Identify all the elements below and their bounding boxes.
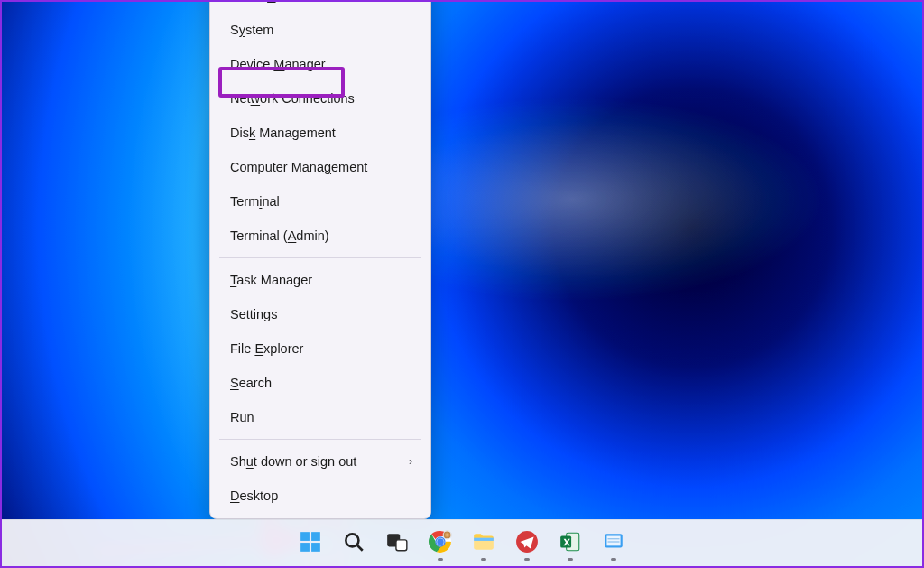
menu-item-search[interactable]: Search (210, 366, 430, 400)
svg-rect-4 (311, 543, 320, 552)
running-indicator (568, 558, 573, 561)
svg-rect-16 (474, 537, 494, 540)
taskbar (2, 519, 922, 566)
menu-item-task-manager[interactable]: Task Manager (210, 263, 430, 297)
menu-item-label: Settings (230, 305, 277, 323)
search-icon (342, 530, 365, 557)
menu-item-label: Disk Management (230, 124, 336, 142)
menu-item-terminal-admin[interactable]: Terminal (Admin) (210, 219, 430, 253)
notepad-icon (602, 530, 625, 557)
search-button[interactable] (335, 525, 373, 563)
excel-icon (559, 530, 582, 557)
svg-rect-1 (300, 532, 310, 541)
running-indicator (438, 558, 443, 561)
menu-item-computer-management[interactable]: Computer Management (210, 150, 430, 184)
menu-item-shut-down-or-sign-out[interactable]: Shut down or sign out› (210, 444, 430, 479)
svg-rect-21 (606, 535, 620, 545)
excel-app[interactable] (551, 525, 589, 563)
chevron-right-icon: › (409, 452, 412, 470)
menu-item-label: Terminal (230, 192, 280, 210)
menu-item-event-viewer[interactable]: Event Viewer (210, 0, 430, 13)
svg-point-5 (346, 534, 358, 546)
svg-point-12 (437, 538, 444, 545)
menu-item-label: Event Viewer (230, 0, 307, 5)
taskview-button[interactable] (378, 525, 416, 563)
svg-rect-8 (396, 539, 407, 550)
menu-item-label: Search (230, 374, 272, 392)
menu-item-label: Network Connections (230, 89, 355, 107)
menu-item-network-connections[interactable]: Network Connections (210, 81, 430, 116)
menu-item-label: Run (230, 408, 254, 426)
notepad-app[interactable] (595, 525, 633, 563)
telegram-app[interactable] (508, 525, 546, 563)
menu-item-desktop[interactable]: Desktop (210, 479, 430, 513)
svg-rect-3 (300, 543, 310, 552)
menu-separator (219, 439, 421, 440)
telegram-icon (515, 530, 539, 557)
menu-item-label: Task Manager (230, 271, 312, 289)
svg-rect-2 (311, 532, 320, 541)
menu-item-label: Device Manager (230, 55, 326, 73)
chrome-app[interactable] (421, 525, 459, 563)
menu-item-disk-management[interactable]: Disk Management (210, 116, 430, 150)
winx-context-menu: Event ViewerSystemDevice ManagerNetwork … (209, 0, 431, 519)
menu-item-label: Terminal (Admin) (230, 227, 329, 245)
menu-item-label: Computer Management (230, 158, 367, 176)
menu-item-settings[interactable]: Settings (210, 297, 430, 331)
file-explorer-app[interactable] (465, 525, 503, 563)
menu-item-file-explorer[interactable]: File Explorer (210, 331, 430, 366)
menu-item-terminal[interactable]: Terminal (210, 184, 430, 219)
desktop-wallpaper (2, 2, 922, 566)
explorer-icon (472, 530, 495, 557)
chrome-icon (429, 530, 452, 557)
menu-item-device-manager[interactable]: Device Manager (210, 47, 430, 81)
taskview-icon (385, 530, 409, 557)
running-indicator (481, 558, 486, 561)
running-indicator (611, 558, 616, 561)
svg-point-14 (444, 531, 451, 538)
menu-item-run[interactable]: Run (210, 400, 430, 434)
svg-line-6 (357, 545, 363, 550)
menu-item-label: System (230, 21, 273, 39)
menu-item-label: Desktop (230, 487, 278, 505)
menu-item-label: Shut down or sign out (230, 452, 356, 470)
running-indicator (524, 558, 530, 561)
menu-separator (219, 257, 421, 258)
menu-item-label: File Explorer (230, 340, 303, 358)
menu-item-system[interactable]: System (210, 13, 430, 47)
start-icon (299, 530, 322, 557)
start-button[interactable] (291, 525, 329, 563)
